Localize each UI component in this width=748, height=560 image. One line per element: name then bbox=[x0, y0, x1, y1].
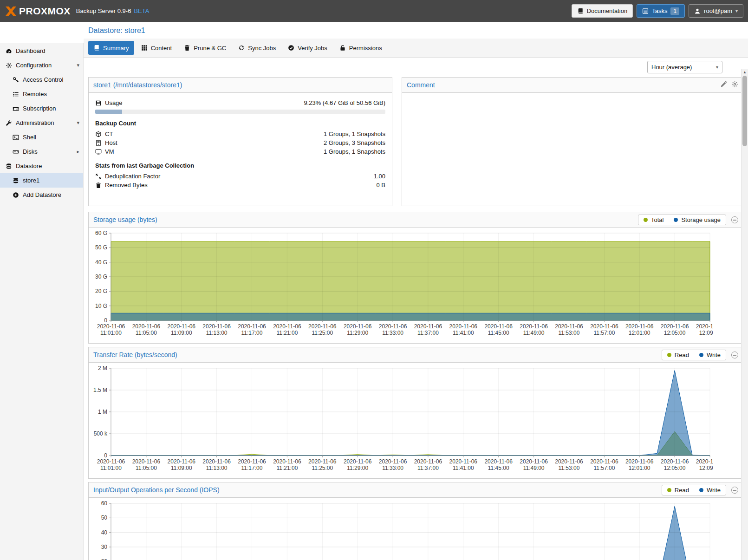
legend-dot bbox=[699, 488, 703, 492]
legend-item-storage-usage[interactable]: Storage usage bbox=[669, 215, 726, 225]
svg-text:11:45:00: 11:45:00 bbox=[488, 465, 509, 471]
scrollbar[interactable]: ▲ bbox=[741, 69, 748, 560]
svg-text:30 G: 30 G bbox=[95, 273, 107, 280]
chevron-right-icon[interactable]: ▸ bbox=[77, 149, 79, 155]
tab-permissions[interactable]: Permissions bbox=[334, 41, 387, 55]
legend-label: Read bbox=[675, 487, 689, 494]
svg-text:2020-11-06: 2020-11-06 bbox=[520, 458, 548, 465]
sidebar-item-label: store1 bbox=[23, 177, 39, 184]
svg-text:11:01:00: 11:01:00 bbox=[100, 330, 122, 336]
edit-comment-button[interactable] bbox=[720, 81, 727, 89]
user-menu-button[interactable]: root@pam ▾ bbox=[689, 4, 743, 18]
svg-text:11:09:00: 11:09:00 bbox=[171, 330, 192, 336]
chevron-down-icon[interactable]: ▾ bbox=[77, 62, 79, 68]
legend-item-read[interactable]: Read bbox=[662, 350, 694, 360]
svg-text:2020-11-06: 2020-11-06 bbox=[625, 458, 654, 465]
sidebar-item-store1[interactable]: store1 bbox=[0, 173, 83, 188]
user-label: root@pam bbox=[704, 7, 732, 14]
svg-text:2020-11-06: 2020-11-06 bbox=[484, 323, 513, 330]
settings-button[interactable] bbox=[731, 81, 738, 89]
comment-panel: Comment bbox=[402, 77, 743, 206]
comment-panel-title: Comment bbox=[407, 81, 435, 89]
book-icon bbox=[93, 45, 100, 51]
sidebar-item-label: Subscription bbox=[23, 105, 56, 112]
svg-text:40: 40 bbox=[101, 529, 108, 536]
svg-text:11:29:00: 11:29:00 bbox=[347, 330, 368, 336]
scrollbar-thumb[interactable] bbox=[742, 76, 747, 146]
legend-item-read[interactable]: Read bbox=[662, 485, 694, 495]
usage-progress-bar bbox=[95, 110, 385, 114]
svg-text:11:49:00: 11:49:00 bbox=[523, 465, 545, 471]
legend-item-total[interactable]: Total bbox=[638, 215, 669, 225]
sidebar-item-remotes[interactable]: Remotes bbox=[0, 87, 83, 101]
sidebar-item-subscription[interactable]: Subscription bbox=[0, 101, 83, 116]
sidebar-item-configuration[interactable]: Configuration ▾ bbox=[0, 58, 83, 72]
usage-row: Usage 9.23% (4.67 GiB of 50.56 GiB) bbox=[95, 98, 385, 107]
svg-text:2020-11-06: 2020-11-06 bbox=[661, 458, 689, 465]
svg-text:2020-11-06: 2020-11-06 bbox=[520, 323, 548, 330]
trash-icon bbox=[184, 45, 190, 51]
scroll-up-icon[interactable]: ▲ bbox=[741, 69, 748, 76]
tab-prune-gc[interactable]: Prune & GC bbox=[179, 41, 231, 55]
legend-label: Write bbox=[707, 487, 721, 494]
collapse-icon[interactable] bbox=[731, 216, 738, 223]
sidebar-item-add-datastore[interactable]: Add Datastore bbox=[0, 188, 83, 202]
tasks-icon bbox=[642, 8, 649, 14]
tasks-button[interactable]: Tasks 1 bbox=[637, 4, 685, 18]
beta-link[interactable]: BETA bbox=[134, 7, 149, 14]
svg-text:11:37:00: 11:37:00 bbox=[417, 330, 439, 336]
collapse-icon[interactable] bbox=[731, 487, 738, 494]
tab-summary[interactable]: Summary bbox=[88, 41, 134, 55]
chart-legend: Read Write bbox=[662, 350, 726, 360]
svg-text:11:21:00: 11:21:00 bbox=[276, 330, 298, 336]
svg-text:500 k: 500 k bbox=[94, 430, 108, 437]
chevron-down-icon[interactable]: ▾ bbox=[77, 120, 79, 126]
svg-text:2020-11-06: 2020-11-06 bbox=[308, 323, 337, 330]
documentation-button[interactable]: Documentation bbox=[572, 4, 633, 18]
monitor-icon bbox=[95, 149, 102, 155]
svg-text:50 G: 50 G bbox=[95, 244, 107, 251]
tab-label: Sync Jobs bbox=[248, 45, 276, 52]
svg-text:1.5 M: 1.5 M bbox=[93, 387, 107, 393]
database-icon bbox=[13, 177, 19, 184]
sidebar-item-shell[interactable]: Shell bbox=[0, 130, 83, 144]
sidebar-item-dashboard[interactable]: Dashboard bbox=[0, 44, 83, 58]
brand-text: PROXMOX bbox=[19, 6, 71, 17]
grid-icon bbox=[141, 45, 148, 51]
iops-title: Input/Output Operations per Second (IOPS… bbox=[93, 486, 220, 494]
legend-label: Total bbox=[651, 216, 663, 223]
tab-label: Verify Jobs bbox=[298, 45, 327, 52]
svg-text:11:05:00: 11:05:00 bbox=[136, 465, 157, 471]
svg-text:60 G: 60 G bbox=[95, 230, 107, 236]
book-icon bbox=[577, 8, 584, 14]
svg-text:20 G: 20 G bbox=[95, 288, 107, 294]
svg-text:11:53:00: 11:53:00 bbox=[559, 465, 580, 471]
svg-text:2020-11-06: 2020-11-06 bbox=[273, 323, 301, 330]
svg-text:2020-11-06: 2020-11-06 bbox=[414, 458, 442, 465]
sidebar-item-disks[interactable]: Disks ▸ bbox=[0, 144, 83, 159]
legend-item-write[interactable]: Write bbox=[694, 350, 726, 360]
storage-usage-title: Storage usage (bytes) bbox=[93, 216, 157, 223]
tab-content[interactable]: Content bbox=[136, 41, 177, 55]
sidebar-item-administration[interactable]: Administration ▾ bbox=[0, 116, 83, 130]
refresh-icon bbox=[238, 45, 245, 51]
legend-dot bbox=[644, 218, 648, 222]
user-icon bbox=[694, 8, 701, 14]
svg-text:2020-11-06: 2020-11-06 bbox=[97, 458, 125, 465]
collapse-icon[interactable] bbox=[731, 352, 738, 358]
svg-text:2020-11-06: 2020-11-06 bbox=[590, 323, 618, 330]
tab-sync-jobs[interactable]: Sync Jobs bbox=[233, 41, 281, 55]
timeframe-select[interactable]: Hour (average) ▾ bbox=[647, 61, 722, 73]
tab-label: Permissions bbox=[349, 45, 382, 52]
svg-text:2020-11-06: 2020-11-06 bbox=[168, 458, 196, 465]
svg-text:2020-11-06: 2020-11-06 bbox=[379, 323, 407, 330]
sidebar-item-label: Shell bbox=[23, 134, 36, 141]
svg-text:2020-11-06: 2020-11-06 bbox=[449, 458, 478, 465]
disk-usage-icon bbox=[95, 100, 102, 106]
sidebar-item-access-control[interactable]: Access Control bbox=[0, 72, 83, 87]
legend-item-write[interactable]: Write bbox=[694, 485, 726, 495]
proxmox-logo: PROXMOX bbox=[5, 5, 71, 17]
usage-progress-fill bbox=[95, 110, 122, 114]
tab-verify-jobs[interactable]: Verify Jobs bbox=[283, 41, 332, 55]
sidebar-item-datastore[interactable]: Datastore bbox=[0, 159, 83, 173]
